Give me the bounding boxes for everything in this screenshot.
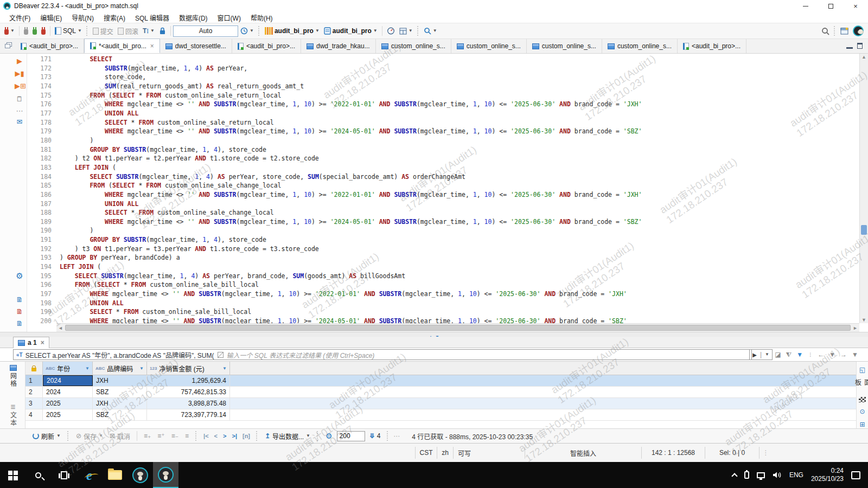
editor-tab[interactable]: custom_online_s... [376,39,451,53]
editor-tab[interactable]: <audit_bi_pro>... [15,39,84,53]
profile-avatar[interactable] [851,24,866,38]
reconnect-button[interactable] [30,26,39,36]
settings-gear-icon[interactable]: ⚙ [15,272,24,280]
grid-cell[interactable]: JXH [93,398,147,409]
column-header[interactable]: ABC年份▼ [43,362,93,375]
scroll-up-icon[interactable]: ▲ [861,54,866,60]
commit-button[interactable]: 提交 [91,25,116,37]
internet-explorer-button[interactable]: e [76,462,102,488]
row-number[interactable]: 1 [25,375,43,386]
table-row[interactable]: 42025SBZ723,397,779.14 [25,409,856,421]
explain-plan-icon[interactable]: 🗒 [15,95,24,104]
sql-editor-button[interactable]: SQL▼ [53,25,84,36]
add-row-button[interactable]: ≡₊ [142,431,153,441]
tray-expand-icon[interactable] [731,473,737,479]
editor-horizontal-scrollbar[interactable]: ◄ ► [56,323,859,332]
editor-tab[interactable]: custom_online_s... [451,39,527,53]
fetch-next-button[interactable]: ⤋4 [367,431,383,441]
nav-back-icon[interactable]: ← [818,351,824,358]
grid-cell[interactable]: 2024 [43,387,93,397]
sort-arrow-icon[interactable]: ▼ [85,366,90,371]
menu-navigate[interactable]: 导航(N) [67,12,99,23]
close-button[interactable]: × [843,0,868,12]
results-tab-close-icon[interactable]: × [41,339,44,346]
editor-tab[interactable]: custom_online_s... [527,39,602,53]
search-button[interactable]: ▼ [422,25,439,36]
menu-search[interactable]: 搜索(A) [99,12,130,23]
input-language[interactable]: ENG [789,471,803,479]
database-selector[interactable]: audit_bi_pro▼ [322,25,380,36]
network-icon[interactable] [757,472,765,478]
volume-icon[interactable] [773,471,782,479]
scroll-left-icon[interactable]: ◄ [58,325,63,331]
view-tab-text[interactable]: ☰ 文本 [4,404,22,427]
scroll-right-icon[interactable]: ► [853,325,858,331]
minimize-button[interactable] [793,0,818,12]
save-button[interactable]: ⊘保存▼ [74,431,105,442]
grid-cell[interactable]: 2025 [43,409,93,420]
editor-tab[interactable]: custom_online_s... [602,39,678,53]
tab-close-icon[interactable]: × [150,42,154,50]
refresh-button[interactable]: 刷新▼ [30,431,63,442]
sql-code-area[interactable]: SELECT SUBSTR(mgclear_time, 1, 4) AS per… [60,55,859,324]
grid-cell[interactable]: 723,397,779.14 [147,409,230,420]
filter-input[interactable]: «T SELECT a.perYear AS "年份", a.brandCode… [13,349,752,360]
global-search-button[interactable] [819,25,832,37]
execute-new-tab-icon[interactable]: ▶⊞ [15,82,24,91]
menu-help[interactable]: 帮助(H) [246,12,278,23]
sql-editor[interactable]: ▶ ▶▮ ▶⊞ 🗒 ⋯ ✉ ⚙ 🗎 🗎 🗎 171172173174175176… [0,54,868,332]
more-actions-icon[interactable]: ⋯ [15,107,24,115]
first-page-button[interactable]: |< [202,433,210,439]
calc-panel-icon[interactable] [859,397,866,402]
dashboard-button[interactable] [385,25,397,36]
menu-file[interactable]: 文件(F) [4,12,35,23]
editor-results-splitter[interactable]: ▲▼ [0,332,868,337]
new-connection-button[interactable]: ▼ [2,26,17,36]
value-viewer-icon[interactable]: ⊙ [859,408,865,415]
grid-cell[interactable]: 1,295,629.4 [147,375,230,386]
sort-arrow-icon[interactable]: ▼ [222,366,227,371]
metadata-grid-icon[interactable]: ⊞ [859,421,865,428]
action-center-icon[interactable] [851,471,860,479]
expand-filter-icon[interactable] [218,352,224,358]
menu-database[interactable]: 数据库(D) [174,12,213,23]
script-doc-icon[interactable]: 🗎 [15,296,24,304]
dbeaver-taskbar-button[interactable] [127,462,153,488]
row-number[interactable]: 3 [25,398,43,409]
prev-page-button[interactable]: < [213,433,219,439]
layout-button[interactable]: ▼ [397,26,415,36]
column-header[interactable]: 123净销售金额 (元)▼ [147,362,230,375]
rollback-button[interactable]: 回滚 [116,25,141,37]
nav-forward-menu-icon[interactable]: ▼ [852,352,858,357]
hscroll-thumb[interactable] [65,325,851,331]
grid-cell[interactable]: 757,462,815.33 [147,387,230,397]
grid-settings-button[interactable]: ⚙ [323,431,335,441]
editor-tab[interactable]: <audit_bi_pro>... [232,39,301,53]
lock-button[interactable] [157,25,168,36]
last-page-button[interactable]: >| [230,433,239,439]
query-history-button[interactable]: ▼ [238,25,256,36]
panel-settings-icon[interactable]: ◱ [859,366,865,374]
next-page-button[interactable]: > [221,433,228,439]
filter-funnel-icon[interactable]: ▼ [796,351,803,358]
duplicate-row-button[interactable]: ≡⁺ [155,431,167,441]
grid-cell[interactable]: JXH [93,375,147,386]
editor-tab[interactable]: dwd_storesettle... [160,39,232,53]
select-all-corner[interactable] [25,362,43,375]
cancel-button[interactable]: ⊠取消 [107,431,132,442]
export-button[interactable]: ↥导出数据...▼ [263,431,312,442]
export-result-icon[interactable]: ✉ [15,118,24,126]
vscroll-thumb[interactable] [861,225,867,235]
transaction-mode-button[interactable]: T⁝▼ [141,25,157,36]
file-explorer-button[interactable] [102,462,127,488]
connection-selector[interactable]: audit_bi_pro▼ [263,25,322,36]
nav-forward-icon[interactable]: → [840,351,847,358]
table-row[interactable]: 12024JXH1,295,629.4 [25,375,856,387]
grid-cell[interactable]: 2025 [43,398,93,409]
execute-script-icon[interactable]: ▶▮ [15,69,24,78]
autocommit-select[interactable]: Auto [173,25,238,37]
maximize-editor-icon[interactable] [857,43,863,49]
fetch-size-input[interactable] [337,431,365,441]
table-row[interactable]: 32025JXH3,898,875.48 [25,398,856,409]
row-number[interactable]: 4 [25,409,43,420]
